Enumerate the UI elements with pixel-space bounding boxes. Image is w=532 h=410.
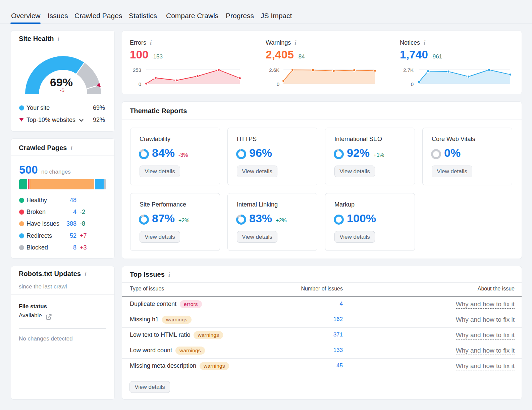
svg-text:2.6K: 2.6K bbox=[269, 67, 279, 73]
svg-text:69%: 69% bbox=[50, 76, 73, 89]
svg-text:-5: -5 bbox=[60, 87, 64, 93]
svg-text:253: 253 bbox=[133, 67, 141, 73]
svg-text:0: 0 bbox=[411, 81, 414, 87]
svg-text:0: 0 bbox=[139, 81, 141, 87]
svg-text:0: 0 bbox=[277, 81, 279, 87]
svg-text:2.7K: 2.7K bbox=[403, 67, 414, 73]
